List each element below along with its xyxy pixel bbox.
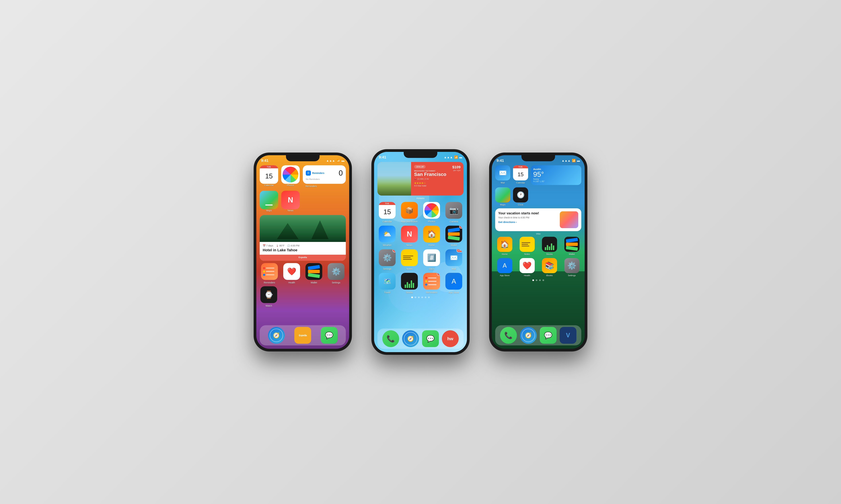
calendar-icon-3: TUE 15 [513, 165, 528, 180]
stocks-icon-2 [401, 273, 418, 290]
dock-expedia-1[interactable]: Expedia [294, 327, 311, 344]
app-settings-2[interactable]: ⚙️ 1 Settings [378, 249, 396, 270]
dock-safari-1[interactable]: 🧭 [268, 327, 285, 344]
hotwire-image [377, 162, 411, 196]
stocks-name-2: Stocks [406, 291, 413, 294]
hotwire-stars-row: ★★★★☆ 4.0-Star hotel [414, 181, 446, 187]
app-health-1[interactable]: ❤️ Health [282, 263, 301, 284]
hotwire-discount: 35% off [414, 165, 426, 168]
calendar-widget-1[interactable]: TUE 15 Calendar [260, 165, 278, 188]
app-mail-3[interactable]: ✉️ Mail [495, 165, 510, 185]
maps-app-1[interactable]: Maps [260, 191, 278, 212]
wallet-app-name-1: Wallet [311, 281, 317, 284]
app-stocks-3[interactable]: Stocks [540, 237, 559, 255]
page-dots-2 [374, 296, 467, 298]
vrbo-widget[interactable]: Your vacation starts now! Your check-in … [495, 208, 581, 231]
reminders-count: 0 [339, 169, 343, 177]
app-appdist-2[interactable]: 📦 App Distribution [400, 202, 418, 223]
dock-phone-2[interactable]: 📞 [382, 330, 399, 347]
app-slack-2[interactable]: #️⃣ Slack [423, 249, 441, 270]
settings-name-3: Settings [568, 274, 576, 277]
calendar-icon-2: TUE 15 [379, 202, 396, 219]
reminders-label-1: Reminders [303, 185, 320, 188]
app-watch-1[interactable]: ⌚ Watch [260, 286, 277, 307]
expedia-hotel-title: Hotel in Lake Tahoe [263, 248, 343, 252]
health-icon-3: ❤️ [519, 258, 535, 273]
apps-grid-2-row2: ⛅ Weather N News 🏠 Home [374, 226, 467, 247]
ibooks-name-3: iBooks [546, 274, 553, 277]
hotwire-top: 35% off WEEKEND GETAWAY San Francisco 🚗 … [414, 165, 461, 187]
app-notes-3[interactable]: Notes [517, 237, 536, 255]
calendar-icon-1: TUE 15 [260, 165, 278, 184]
dock-safari-2[interactable]: 🧭 [402, 330, 419, 347]
notch-2 [404, 152, 437, 158]
reminders-title: Reminders [312, 172, 324, 174]
app-wallet-3[interactable]: Wallet [562, 237, 581, 255]
app-settings-3[interactable]: ⚙️ Settings [562, 258, 581, 277]
app-calendar-3[interactable]: TUE 15 Calendar [513, 165, 528, 185]
dock-messages-2[interactable]: 💬 [422, 330, 439, 347]
dot3-1 [532, 280, 534, 281]
status-icons-1: ▲▲▲ 📶 ▬ [326, 159, 344, 162]
dock-safari-3[interactable]: 🧭 [520, 327, 537, 344]
dock-messages-3[interactable]: 💬 [540, 327, 556, 344]
expedia-meta: 📅 7 days 🌡️ 80°F 🕓 4:00 PM [263, 244, 343, 247]
app-maps-3[interactable]: Maps [495, 187, 510, 206]
sb-1 [545, 247, 546, 250]
photos-widget-1[interactable]: Photos [281, 165, 300, 188]
app-calendar-2[interactable]: TUE 15 Calendar [378, 202, 396, 223]
phone-2-screen: 9:41 ▲▲▲ 📶 ▬ [374, 152, 467, 352]
dock-vrbo-3[interactable]: V [560, 327, 577, 344]
app-home-2[interactable]: 🏠 Home [423, 226, 441, 247]
reminders-widget-1[interactable]: ☰ Reminders 0 No Reminders Reminders [303, 165, 346, 188]
news-app-1[interactable]: N News [281, 191, 300, 212]
dot-4 [421, 296, 423, 298]
expedia-dock-icon: Expedia [294, 327, 311, 344]
dock-1: 🧭 Expedia 💬 [260, 325, 346, 345]
safari-icon-2: 🧭 [402, 330, 419, 347]
app-reminders-2[interactable]: 1 Reminders [423, 273, 441, 294]
hotwire-widget[interactable]: 35% off WEEKEND GETAWAY San Francisco 🚗 … [377, 162, 464, 196]
notes-icon-3 [519, 237, 535, 252]
dock-hotwire-2[interactable]: hw [442, 330, 459, 347]
app-wallet-2[interactable]: 1 Wallet [445, 226, 463, 247]
app-mail-2[interactable]: ✉️ 8,280 Mail [445, 249, 463, 270]
vrbo-link[interactable]: Get directions › [498, 220, 557, 223]
dock-phone-3[interactable]: 📞 [500, 327, 517, 344]
photos-name-2: Photos [428, 220, 435, 223]
vrbo-title: Your vacation starts now! [498, 211, 557, 215]
expedia-days: 📅 7 days [263, 244, 273, 247]
dock-messages-1[interactable]: 💬 [321, 327, 338, 344]
app-travel-2[interactable]: 🗺️ Travel [378, 273, 396, 294]
app-notes-2[interactable]: Notes [400, 249, 418, 270]
app-appstore-3[interactable]: A App Store [495, 258, 514, 277]
sb-3 [549, 247, 550, 250]
app-weather-2[interactable]: ⛅ Weather [378, 226, 396, 247]
weather-desc-3: Sunny [533, 178, 579, 180]
app-appstore-2[interactable]: A App Store [445, 273, 463, 294]
home-icon-3: 🏠 [497, 237, 512, 252]
app-news-2[interactable]: N News [400, 226, 418, 247]
weather-widget-3[interactable]: Austin 95° Sunny H:100° L:85° [531, 165, 581, 185]
maps-icon-1 [260, 191, 278, 209]
app-settings-1[interactable]: ⚙️ Settings [327, 263, 345, 284]
hotwire-distance: 🚗 11 min | 2 mi [414, 178, 446, 180]
app-reminders-1[interactable]: Reminders [260, 263, 278, 284]
app-ibooks-3[interactable]: 📚 iBooks [540, 258, 559, 277]
app-stocks-2[interactable]: Stocks [400, 273, 418, 294]
app-health-3[interactable]: ❤️ Health [517, 258, 536, 277]
app-photos-2[interactable]: Photos [423, 202, 441, 223]
wallet-name-3: Wallet [569, 253, 575, 255]
app-clock-3[interactable]: 🕐 Clock [513, 187, 528, 206]
expedia-widget[interactable]: 📅 7 days 🌡️ 80°F 🕓 4:00 PM Hotel in Lake… [260, 215, 346, 261]
home-name-2: Home [428, 244, 435, 247]
phone-icon-3: 📞 [500, 327, 517, 344]
maps-name-3: Maps [500, 203, 505, 206]
phone-icon-2: 📞 [382, 330, 399, 347]
battery-icon-1: ▬ [341, 159, 344, 162]
app-home-3[interactable]: 🏠 Home [495, 237, 514, 255]
photos-icon-1 [281, 165, 300, 184]
app-wallet-1[interactable]: Wallet [305, 263, 323, 284]
app-camera-2[interactable]: 📷 Camera [445, 202, 463, 223]
home-name-3: Home [502, 253, 508, 255]
